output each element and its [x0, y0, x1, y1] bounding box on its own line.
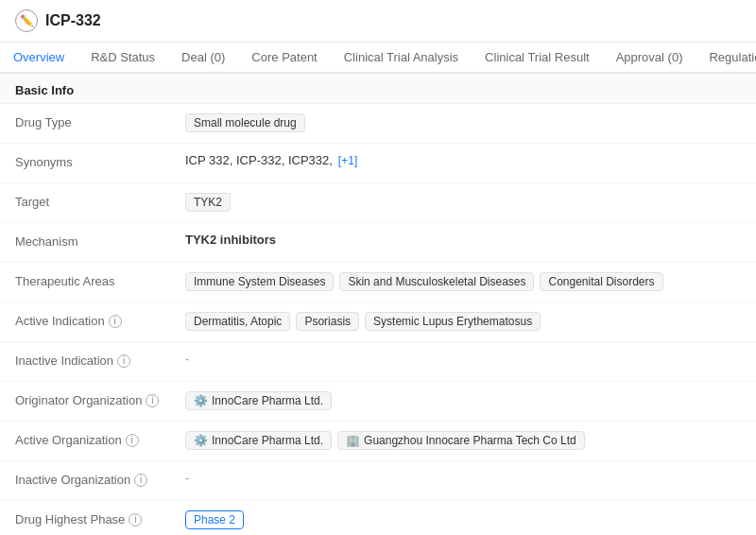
field-value-mechanism: TYK2 inhibitors — [185, 233, 741, 247]
info-table: Drug TypeSmall molecule drugSynonymsICP … — [0, 104, 756, 535]
field-label-synonyms: Synonyms — [15, 153, 185, 169]
nav-tab-overview[interactable]: Overview — [0, 43, 77, 74]
org-name: InnoCare Pharma Ltd. — [212, 434, 323, 447]
info-icon-active-indication[interactable]: i — [109, 315, 122, 328]
info-icon-originator-org[interactable]: i — [146, 394, 159, 407]
field-label-active-org: Active Organizationi — [15, 431, 185, 447]
field-value-active-org: ⚙️InnoCare Pharma Ltd.🏢Guangzhou Innocar… — [185, 431, 741, 450]
title-icon: ✏️ — [15, 9, 38, 32]
page-title: ICP-332 — [45, 12, 101, 29]
info-icon-drug-highest-phase[interactable]: i — [129, 513, 142, 526]
nav-tab-clinical-trial-result[interactable]: Clinical Trial Result — [472, 43, 603, 74]
nav-tab-clinical-trial-analysis[interactable]: Clinical Trial Analysis — [331, 43, 472, 74]
info-row-therapeutic-areas: Therapeutic AreasImmune System DiseasesS… — [0, 263, 756, 302]
field-label-therapeutic-areas: Therapeutic Areas — [15, 272, 185, 288]
field-label-inactive-indication: Inactive Indicationi — [15, 352, 185, 368]
nav-tab-deal[interactable]: Deal (0) — [168, 43, 238, 74]
empty-dash: - — [185, 352, 189, 366]
info-icon-inactive-org[interactable]: i — [134, 474, 147, 487]
info-row-synonyms: SynonymsICP 332, ICP-332, ICP332, [+1] — [0, 144, 756, 183]
org-tag: 🏢Guangzhou Innocare Pharma Tech Co Ltd — [337, 431, 585, 450]
info-row-active-indication: Active IndicationiDermatitis, AtopicPsor… — [0, 302, 756, 342]
tag: Systemic Lupus Erythematosus — [365, 312, 541, 331]
field-label-drug-type: Drug Type — [15, 113, 185, 129]
info-row-target: TargetTYK2 — [0, 183, 756, 223]
nav-tab-approval[interactable]: Approval (0) — [603, 43, 696, 74]
section-header: Basic Info — [0, 74, 756, 104]
tag: Immune System Diseases — [185, 272, 334, 291]
nav-tab-core-patent[interactable]: Core Patent — [238, 43, 330, 74]
field-label-target: Target — [15, 193, 185, 209]
info-icon-inactive-indication[interactable]: i — [117, 354, 130, 368]
field-value-drug-type: Small molecule drug — [185, 113, 741, 132]
tag: Psoriasis — [296, 312, 359, 331]
tag: Small molecule drug — [185, 113, 305, 132]
org-icon: ⚙️ — [194, 394, 208, 407]
synonyms-link[interactable]: [+1] — [338, 154, 357, 167]
field-value-therapeutic-areas: Immune System DiseasesSkin and Musculosk… — [185, 272, 741, 291]
tag: TYK2 — [185, 193, 231, 212]
field-value-inactive-indication: - — [185, 352, 741, 366]
field-value-active-indication: Dermatitis, AtopicPsoriasisSystemic Lupu… — [185, 312, 741, 331]
mechanism-text: TYK2 inhibitors — [185, 233, 276, 247]
field-value-originator-org: ⚙️InnoCare Pharma Ltd. — [185, 391, 741, 410]
field-label-originator-org: Originator Organizationi — [15, 391, 185, 407]
field-value-drug-highest-phase: Phase 2 — [185, 510, 741, 529]
org-icon: 🏢 — [346, 434, 360, 447]
field-label-mechanism: Mechanism — [15, 233, 185, 249]
phase-tag: Phase 2 — [185, 510, 244, 529]
title-bar: ✏️ ICP-332 — [0, 0, 756, 43]
tag: Dermatitis, Atopic — [185, 312, 290, 331]
field-value-synonyms: ICP 332, ICP-332, ICP332, [+1] — [185, 153, 741, 167]
field-value-inactive-org: - — [185, 471, 741, 485]
empty-dash: - — [185, 471, 189, 485]
field-label-inactive-org: Inactive Organizationi — [15, 471, 185, 487]
info-row-inactive-indication: Inactive Indicationi- — [0, 342, 756, 382]
synonyms-text: ICP 332, ICP-332, ICP332, — [185, 153, 333, 167]
org-tag: ⚙️InnoCare Pharma Ltd. — [185, 431, 332, 450]
nav-tab-regulation[interactable]: Regulation (0) — [696, 43, 756, 74]
nav-tabs: OverviewR&D StatusDeal (0)Core PatentCli… — [0, 43, 756, 74]
tag: Congenital Disorders — [540, 272, 662, 291]
org-icon: ⚙️ — [194, 434, 208, 447]
nav-tab-rd-status[interactable]: R&D Status — [77, 43, 168, 74]
org-tag: ⚙️InnoCare Pharma Ltd. — [185, 391, 332, 410]
field-label-drug-highest-phase: Drug Highest Phasei — [15, 510, 185, 526]
info-row-originator-org: Originator Organizationi⚙️InnoCare Pharm… — [0, 382, 756, 422]
info-row-drug-type: Drug TypeSmall molecule drug — [0, 104, 756, 144]
info-row-active-org: Active Organizationi⚙️InnoCare Pharma Lt… — [0, 422, 756, 461]
info-icon-active-org[interactable]: i — [126, 434, 139, 447]
org-name: InnoCare Pharma Ltd. — [212, 394, 323, 407]
info-row-inactive-org: Inactive Organizationi- — [0, 461, 756, 501]
field-label-active-indication: Active Indicationi — [15, 312, 185, 328]
field-value-target: TYK2 — [185, 193, 741, 212]
info-row-mechanism: MechanismTYK2 inhibitors — [0, 223, 756, 263]
org-name: Guangzhou Innocare Pharma Tech Co Ltd — [364, 434, 576, 447]
tag: Skin and Musculoskeletal Diseases — [339, 272, 534, 291]
info-row-drug-highest-phase: Drug Highest PhaseiPhase 2 — [0, 501, 756, 535]
